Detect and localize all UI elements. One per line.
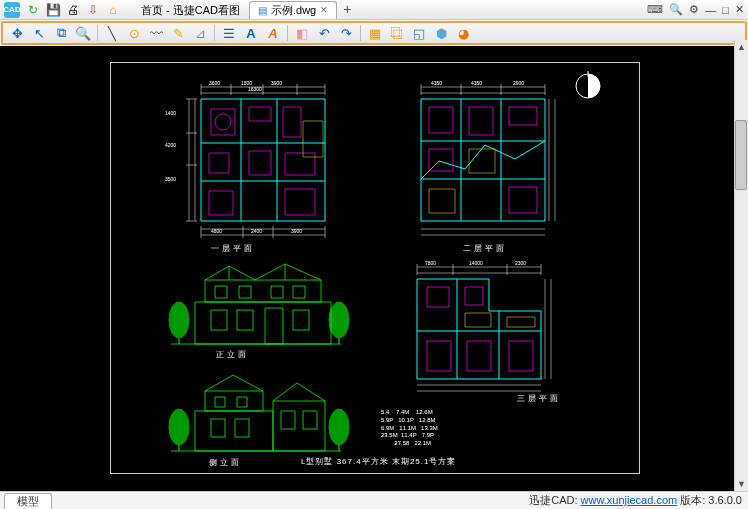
save-icon[interactable]: 💾 bbox=[46, 3, 60, 17]
svg-text:2900: 2900 bbox=[513, 81, 524, 86]
svg-rect-33 bbox=[209, 191, 233, 215]
files-icon[interactable]: ▦ bbox=[367, 25, 383, 41]
svg-point-86 bbox=[329, 302, 349, 338]
svg-rect-65 bbox=[509, 187, 537, 213]
svg-text:3900: 3900 bbox=[291, 228, 302, 234]
title-block: L型别墅 367.4平方米 末期25.1号方案 bbox=[301, 456, 456, 467]
separator bbox=[214, 25, 215, 41]
cube-icon[interactable]: ◱ bbox=[411, 25, 427, 41]
svg-rect-78 bbox=[265, 308, 283, 344]
svg-rect-95 bbox=[303, 411, 317, 429]
layer-icon[interactable]: ☰ bbox=[221, 25, 237, 41]
svg-rect-115 bbox=[427, 287, 449, 307]
file-icon: ▤ bbox=[258, 5, 267, 16]
svg-text:3600: 3600 bbox=[209, 81, 220, 86]
ortho-icon[interactable]: ⊿ bbox=[192, 25, 208, 41]
text-icon[interactable]: A bbox=[265, 25, 281, 41]
print-icon[interactable]: 🖨 bbox=[66, 3, 80, 17]
close-icon[interactable]: ✕ bbox=[320, 5, 328, 15]
vertical-scrollbar[interactable]: ▲ ▼ bbox=[734, 40, 748, 491]
plan1-label: 一层平面 bbox=[211, 243, 255, 254]
svg-rect-61 bbox=[429, 107, 453, 133]
close-button[interactable]: ✕ bbox=[735, 3, 744, 16]
svg-rect-73 bbox=[205, 280, 321, 302]
svg-text:2300: 2300 bbox=[515, 261, 526, 266]
dimension-icon[interactable]: ⊙ bbox=[126, 25, 142, 41]
maximize-button[interactable]: □ bbox=[722, 4, 729, 16]
svg-rect-56 bbox=[421, 99, 545, 221]
svg-text:4800: 4800 bbox=[211, 228, 222, 234]
svg-rect-117 bbox=[427, 341, 451, 371]
svg-point-84 bbox=[169, 302, 189, 338]
redo-icon[interactable]: ↷ bbox=[338, 25, 354, 41]
spec-table: 5.4 7.4M 12.6M 5.9P 10.1P 12.8M 6.9M 11.… bbox=[381, 409, 561, 448]
svg-rect-97 bbox=[237, 397, 247, 407]
svg-rect-28 bbox=[249, 107, 271, 121]
home-icon[interactable]: ⌂ bbox=[106, 3, 120, 17]
branding: 迅捷CAD: www.xunjiecad.com 版本: 3.6.0.0 bbox=[529, 493, 748, 508]
svg-point-27 bbox=[215, 114, 231, 130]
statusbar: 模型 迅捷CAD: www.xunjiecad.com 版本: 3.6.0.0 bbox=[0, 491, 748, 509]
copy-icon[interactable]: ⿻ bbox=[389, 25, 405, 41]
arrow-icon[interactable]: ↖ bbox=[31, 25, 47, 41]
svg-rect-35 bbox=[303, 121, 323, 157]
keyboard-icon[interactable]: ⌨ bbox=[647, 3, 663, 16]
new-tab-button[interactable]: + bbox=[337, 1, 357, 19]
color-icon[interactable]: ◕ bbox=[455, 25, 471, 41]
svg-text:2400: 2400 bbox=[251, 228, 262, 234]
floor-plan-3: 7800140002300 bbox=[379, 261, 559, 401]
app-icon: CAD bbox=[4, 2, 20, 18]
svg-text:14000: 14000 bbox=[469, 261, 483, 266]
drawing-frame: 360018003900 16300 480024003900 14004200… bbox=[110, 62, 640, 474]
svg-rect-118 bbox=[467, 341, 491, 371]
export-icon[interactable]: ⇩ bbox=[86, 3, 100, 17]
elev2-label: 侧立面 bbox=[209, 457, 242, 468]
svg-rect-94 bbox=[281, 411, 295, 429]
text-style-icon[interactable]: A bbox=[243, 25, 259, 41]
3d-icon[interactable]: ⬢ bbox=[433, 25, 449, 41]
svg-rect-93 bbox=[235, 419, 249, 437]
minimize-button[interactable]: — bbox=[705, 4, 716, 16]
svg-rect-82 bbox=[271, 286, 283, 298]
gear-icon[interactable]: ⚙ bbox=[689, 3, 699, 16]
svg-rect-34 bbox=[285, 189, 315, 215]
svg-rect-72 bbox=[195, 302, 331, 344]
search-icon[interactable]: 🔍 bbox=[669, 3, 683, 16]
north-arrow-icon bbox=[573, 71, 603, 101]
drawing-canvas[interactable]: 360018003900 16300 480024003900 14004200… bbox=[0, 46, 748, 491]
svg-rect-91 bbox=[205, 391, 263, 411]
svg-text:3900: 3900 bbox=[271, 81, 282, 86]
elevation-1 bbox=[141, 258, 351, 348]
svg-text:4350: 4350 bbox=[471, 81, 482, 86]
plan3-label: 三层平面 bbox=[517, 393, 561, 404]
scrollbar-thumb[interactable] bbox=[735, 120, 747, 190]
tab-example-dwg[interactable]: ▤ 示例.dwg ✕ bbox=[249, 1, 337, 19]
document-tabs: 首页 - 迅捷CAD看图 ▤ 示例.dwg ✕ + bbox=[132, 1, 357, 19]
svg-rect-31 bbox=[249, 151, 271, 175]
zoom-window-icon[interactable]: ⧉ bbox=[53, 25, 69, 41]
refresh-icon[interactable]: ↻ bbox=[26, 3, 40, 17]
brand-link[interactable]: www.xunjiecad.com bbox=[581, 494, 678, 506]
tab-home[interactable]: 首页 - 迅捷CAD看图 bbox=[132, 1, 249, 19]
svg-text:7800: 7800 bbox=[425, 261, 436, 266]
svg-rect-80 bbox=[215, 286, 227, 298]
window-controls: ⌨ 🔍 ⚙ — □ ✕ bbox=[647, 3, 744, 16]
pan-icon[interactable]: ✥ bbox=[9, 25, 25, 41]
svg-rect-119 bbox=[509, 341, 533, 371]
line-icon[interactable]: ╲ bbox=[104, 25, 120, 41]
model-tab[interactable]: 模型 bbox=[4, 493, 52, 509]
elev1-label: 正立面 bbox=[216, 349, 249, 360]
svg-rect-30 bbox=[209, 153, 229, 173]
tab-label: 首页 - 迅捷CAD看图 bbox=[141, 3, 240, 18]
svg-text:4350: 4350 bbox=[431, 81, 442, 86]
svg-rect-66 bbox=[469, 149, 495, 173]
undo-icon[interactable]: ↶ bbox=[316, 25, 332, 41]
polyline-icon[interactable]: 〰 bbox=[148, 25, 164, 41]
svg-rect-21 bbox=[201, 99, 325, 221]
svg-rect-29 bbox=[283, 107, 301, 137]
pencil-icon[interactable]: ✎ bbox=[170, 25, 186, 41]
eraser-icon[interactable]: ◧ bbox=[294, 25, 310, 41]
zoom-extent-icon[interactable]: 🔍 bbox=[75, 25, 91, 41]
plan2-label: 二层平面 bbox=[463, 243, 507, 254]
svg-rect-26 bbox=[211, 109, 235, 135]
